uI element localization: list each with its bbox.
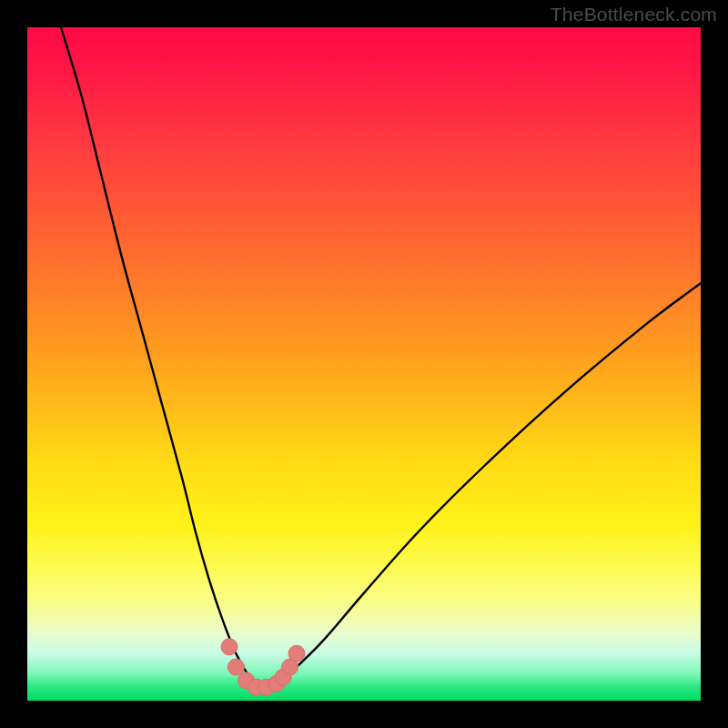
highlight-marker [228, 659, 244, 675]
chart-frame: TheBottleneck.com [0, 0, 728, 728]
watermark-text: TheBottleneck.com [551, 4, 717, 25]
curve-svg [27, 27, 701, 701]
highlight-marker [221, 639, 238, 655]
highlight-marker [288, 645, 305, 662]
bottleneck-curve [61, 27, 701, 688]
marker-group [221, 639, 305, 695]
plot-area [27, 27, 701, 701]
